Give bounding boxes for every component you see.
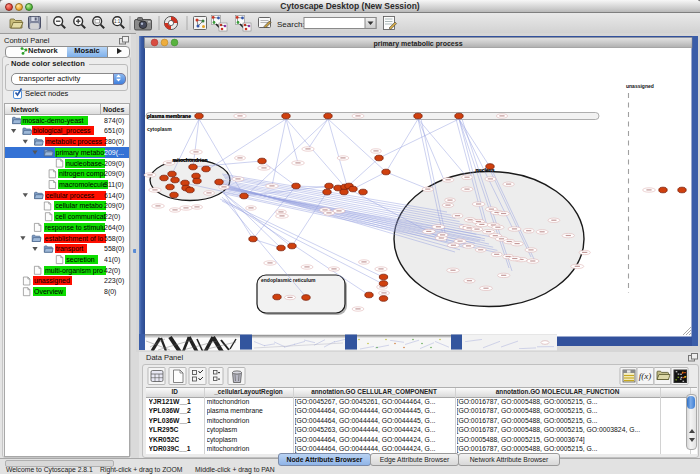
- svg-text:plasma membrane: plasma membrane: [147, 113, 191, 119]
- svg-text:mitochondrion: mitochondrion: [173, 157, 208, 163]
- svg-text:endoplasmic reticulum: endoplasmic reticulum: [261, 277, 316, 283]
- svg-text:unassigned: unassigned: [626, 83, 654, 89]
- svg-text:cytoplasm: cytoplasm: [147, 126, 172, 132]
- svg-text:1:1: 1:1: [114, 19, 121, 24]
- svg-text:f(x): f(x): [639, 371, 652, 381]
- svg-text:primary metabolic process: primary metabolic process: [373, 40, 462, 48]
- svg-text:nucleus: nucleus: [476, 167, 495, 173]
- svg-text:Search:: Search:: [277, 20, 305, 29]
